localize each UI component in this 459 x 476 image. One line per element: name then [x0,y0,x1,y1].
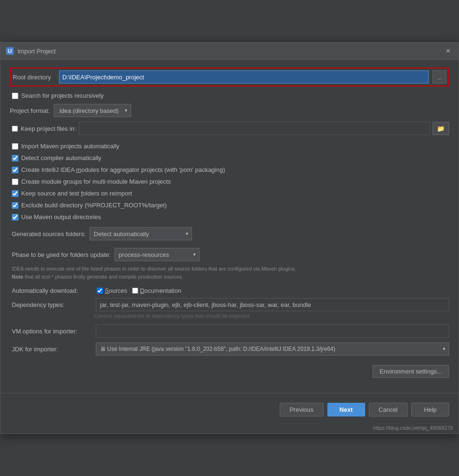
exclude-build-row: Exclude build directory (%PROJECT_ROOT%/… [10,202,449,209]
root-directory-input[interactable] [59,70,429,84]
app-icon: IJ [6,47,14,55]
documentation-label[interactable]: Documentation [140,287,181,294]
hint-main-text: IDEA needs to execute one of the listed … [12,266,296,272]
vm-options-label: VM options for importer: [12,328,92,335]
vm-options-row: VM options for importer: [10,324,449,338]
maven-options-section: Import Maven projects automatically Dete… [10,143,449,221]
root-directory-row: Root directory ... [10,68,449,86]
button-row: Previous Next Cancel Help [0,399,459,424]
dialog-content: Root directory ... Search for projects r… [0,60,459,393]
keep-source-checkbox[interactable] [12,190,18,197]
watermark: https://blog.csdn.net/qq_45069279 [0,424,459,434]
dependency-types-input[interactable] [96,298,449,311]
sources-checkbox[interactable] [97,288,103,294]
help-button[interactable]: Help [411,403,449,416]
env-settings-button[interactable]: Environment settings... [373,365,449,378]
search-recursively-row: Search for projects recursively [10,92,449,99]
project-format-select-wrapper: .idea (directory based) Eclipse Maven [54,104,131,117]
close-button[interactable]: × [443,46,453,56]
auto-download-label: Automatically download: [12,287,92,294]
exclude-build-checkbox[interactable] [12,202,18,209]
use-output-row: Use Maven output directories [10,213,449,221]
documentation-checkbox[interactable] [132,288,138,294]
project-format-label: Project format: [10,107,50,114]
create-modules-checkbox[interactable] [12,167,18,173]
create-groups-label[interactable]: Create module groups for multi-module Ma… [21,178,171,185]
import-project-dialog: IJ Import Project × Root directory ... S… [0,42,459,434]
import-maven-checkbox[interactable] [12,143,18,150]
divider [0,393,459,393]
keep-files-row: Keep project files in: 📁 [10,122,449,135]
exclude-build-label[interactable]: Exclude build directory (%PROJECT_ROOT%/… [21,202,167,209]
root-directory-label: Root directory [13,74,55,81]
import-maven-row: Import Maven projects automatically [10,143,449,150]
create-groups-row: Create module groups for multi-module Ma… [10,178,449,185]
dialog-title: Import Project [17,48,56,55]
keep-files-checkbox[interactable] [12,126,18,132]
project-format-row: Project format: .idea (directory based) … [10,104,449,117]
create-modules-row: Create IntelliJ IDEA modules for aggrega… [10,166,449,173]
jdk-select-wrapper: 🖥 Use Internal JRE (java version "1.8.0_… [96,342,449,356]
jdk-select[interactable]: 🖥 Use Internal JRE (java version "1.8.0_… [96,342,449,356]
title-bar: IJ Import Project × [0,42,459,60]
detect-compiler-checkbox[interactable] [12,155,18,162]
search-recursively-checkbox[interactable] [12,93,18,99]
root-directory-browse-button[interactable]: ... [433,70,446,84]
dependency-types-label: Dependency types: [12,301,92,308]
import-maven-label[interactable]: Import Maven projects automatically [21,143,119,150]
keep-source-row: Keep source and test folders on reimport [10,190,449,197]
auto-download-row: Automatically download: Sources Document… [10,287,449,294]
next-button[interactable]: Next [327,403,365,416]
project-format-select[interactable]: .idea (directory based) Eclipse Maven [54,104,131,117]
use-output-checkbox[interactable] [12,214,18,221]
phase-select-wrapper: process-resources generate-sources gener… [115,248,200,261]
previous-button[interactable]: Previous [280,403,324,416]
sources-label[interactable]: Sources [105,287,127,294]
generated-sources-label: Generated sources folders: [12,230,86,238]
create-groups-checkbox[interactable] [12,178,18,185]
phase-label: Phase to be used for folders update: [12,251,111,258]
keep-files-input[interactable] [79,122,430,135]
env-settings-area: Environment settings... [10,365,449,378]
phase-select[interactable]: process-resources generate-sources gener… [115,248,200,261]
dependency-types-hint: Comma separated list of dependency types… [10,313,449,319]
use-output-label[interactable]: Use Maven output directories [21,213,101,221]
create-modules-label[interactable]: Create IntelliJ IDEA modules for aggrega… [21,166,225,173]
dependency-types-row: Dependency types: [10,298,449,311]
keep-files-browse-button[interactable]: 📁 [433,122,449,135]
phase-hint: IDEA needs to execute one of the listed … [10,265,449,280]
detect-compiler-label[interactable]: Detect compiler automatically [21,154,101,162]
docs-pair: Documentation [132,287,181,294]
jdk-row: JDK for importer: 🖥 Use Internal JRE (ja… [10,342,449,356]
jdk-label: JDK for importer: [12,346,92,353]
cancel-button[interactable]: Cancel [369,403,408,416]
generated-sources-select[interactable]: Detect automatically Generate sources du… [90,227,192,240]
generated-sources-row: Generated sources folders: Detect automa… [10,227,449,240]
search-recursively-label[interactable]: Search for projects recursively [21,92,104,99]
sources-pair: Sources [97,287,127,294]
vm-options-input[interactable] [96,324,449,338]
keep-files-label[interactable]: Keep project files in: [21,125,76,132]
detect-compiler-row: Detect compiler automatically [10,154,449,162]
generated-sources-select-wrapper: Detect automatically Generate sources du… [90,227,192,240]
phase-row: Phase to be used for folders update: pro… [10,248,449,261]
title-bar-left: IJ Import Project [6,47,56,55]
hint-note-text: Note that all test-* phases firstly gene… [12,274,184,280]
keep-source-label[interactable]: Keep source and test folders on reimport [21,190,132,197]
